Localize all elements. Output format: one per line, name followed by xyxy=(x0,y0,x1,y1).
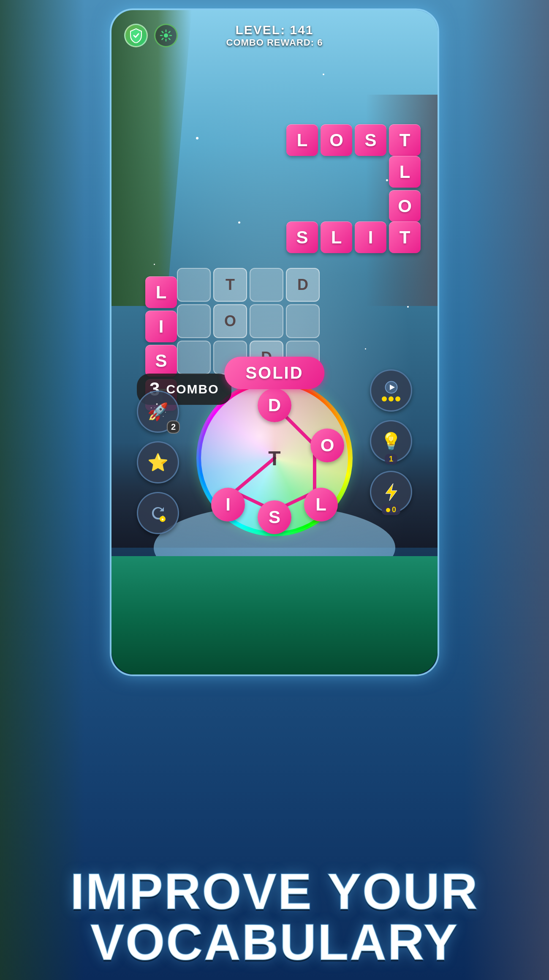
grid-cell-0-2 xyxy=(250,268,283,302)
grid-cell-1-2 xyxy=(250,304,283,338)
grid-cell-1-0 xyxy=(177,304,211,338)
combo-reward-display: COMBO REWARD: 6 xyxy=(226,37,323,48)
vert-tile-l: L xyxy=(389,156,421,188)
bulb-button[interactable]: 💡 1 xyxy=(370,420,412,462)
svg-text:●: ● xyxy=(161,517,163,521)
slit-tile-s: S xyxy=(286,221,318,253)
right-action-buttons: 💡 1 0 xyxy=(370,369,412,513)
rocket-badge: 2 xyxy=(167,420,180,434)
wheel-letter-l[interactable]: L xyxy=(304,488,338,521)
lost-tile-s: S xyxy=(355,124,386,156)
wheel-letter-o[interactable]: O xyxy=(310,429,344,462)
lightning-button[interactable]: 0 xyxy=(370,471,412,513)
sparkle-5 xyxy=(407,306,409,308)
vertical-col: L O xyxy=(389,156,421,222)
list-tile-l: L xyxy=(145,276,177,308)
header-text: LEVEL: 141 COMBO REWARD: 6 xyxy=(226,23,323,48)
improve-text-line1: IMPROVE YOUR xyxy=(0,866,549,917)
header-icons xyxy=(124,24,178,47)
vert-tile-o: O xyxy=(389,190,421,222)
bottom-text-area: IMPROVE YOUR VOCABULARY xyxy=(0,866,549,967)
grid-cell-0-3: D xyxy=(286,268,320,302)
rocket-button[interactable]: 🚀 2 xyxy=(137,390,179,433)
left-action-buttons: 🚀 2 ⭐ ● xyxy=(137,390,179,534)
grid-cell-0-0 xyxy=(177,268,211,302)
sparkle-2 xyxy=(323,74,324,75)
header: LEVEL: 141 COMBO REWARD: 6 xyxy=(111,23,438,48)
bg-left-overlay xyxy=(0,0,84,980)
shield-button[interactable] xyxy=(124,24,148,47)
sparkle-1 xyxy=(196,137,198,139)
phone-frame: LEVEL: 141 COMBO REWARD: 6 L O S T L O S… xyxy=(110,8,439,676)
wheel-letter-s[interactable]: S xyxy=(258,500,291,534)
sparkle-4 xyxy=(154,264,155,265)
slit-tile-l: L xyxy=(321,221,352,253)
slit-tile-t: T xyxy=(389,221,421,253)
current-word-text: SOLID xyxy=(245,363,303,382)
current-word-display: SOLID xyxy=(224,357,324,389)
wheel-center-t[interactable]: T xyxy=(268,447,280,470)
list-tile-i: I xyxy=(145,311,177,342)
svg-point-0 xyxy=(164,33,168,38)
sparkle-6 xyxy=(238,221,240,224)
slit-word-row: S L I T xyxy=(286,221,421,253)
letter-wheel[interactable]: D O L S I T xyxy=(198,382,351,534)
wheel-letter-i[interactable]: I xyxy=(211,488,245,521)
grid-cell-1-3 xyxy=(286,304,320,338)
list-tile-s: S xyxy=(145,345,177,377)
refresh-button[interactable]: ● xyxy=(137,492,179,534)
grid-cell-0-1: T xyxy=(213,268,247,302)
grid-cell-1-1: O xyxy=(213,304,247,338)
lightning-dot xyxy=(386,508,390,512)
bg-right-overlay xyxy=(465,0,549,980)
slit-tile-i: I xyxy=(355,221,386,253)
sparkle-3 xyxy=(386,179,388,181)
improve-text-line2: VOCABULARY xyxy=(0,917,549,967)
lost-tile-o: O xyxy=(321,124,352,156)
star-button[interactable]: ⭐ xyxy=(137,441,179,483)
level-display: LEVEL: 141 xyxy=(226,23,323,37)
wheel-letter-d[interactable]: D xyxy=(258,388,291,422)
grid-cell-2-0 xyxy=(177,341,211,374)
video-button[interactable] xyxy=(370,369,412,412)
bottom-green-area xyxy=(111,556,438,674)
lost-tile-t: T xyxy=(389,124,421,156)
settings-button[interactable] xyxy=(154,24,178,47)
lost-word-row: L O S T xyxy=(286,124,421,156)
lightning-badge: 0 xyxy=(382,505,400,515)
bulb-badge: 1 xyxy=(385,454,397,464)
lost-tile-l: L xyxy=(286,124,318,156)
sparkle-7 xyxy=(365,348,366,349)
